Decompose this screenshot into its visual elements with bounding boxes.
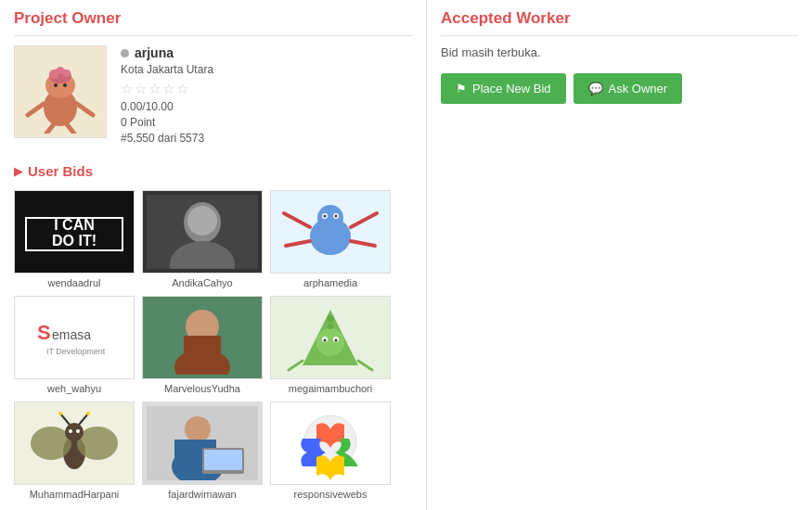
svg-text:I CAN: I CAN xyxy=(54,217,95,233)
chat-icon: 💬 xyxy=(588,82,603,96)
bid-username: weh_wahyu xyxy=(47,383,101,394)
ask-owner-button[interactable]: 💬 Ask Owner xyxy=(574,73,683,104)
bid-username: MarvelousYudha xyxy=(164,383,240,394)
svg-point-6 xyxy=(54,83,58,87)
star-1: ☆ xyxy=(121,81,133,97)
owner-rating: 0.00/10.00 xyxy=(121,100,213,113)
action-buttons: ⚑ Place New Bid 💬 Ask Owner xyxy=(441,73,798,104)
accepted-worker-title: Accepted Worker xyxy=(441,9,798,36)
svg-point-60 xyxy=(76,429,80,433)
owner-rank: #5,550 dari 5573 xyxy=(121,132,213,145)
owner-avatar xyxy=(14,45,107,138)
owner-name: arjuna xyxy=(135,45,174,60)
owner-info: arjuna Kota Jakarta Utara ☆ ☆ ☆ ☆ ☆ 0.00… xyxy=(121,45,213,145)
svg-point-44 xyxy=(324,339,327,342)
bid-username: arphamedia xyxy=(303,277,357,288)
svg-point-22 xyxy=(317,205,343,231)
svg-text:emasa: emasa xyxy=(52,327,91,342)
bid-avatar-responsive xyxy=(270,402,391,485)
star-4: ☆ xyxy=(162,81,174,97)
star-3: ☆ xyxy=(148,81,161,97)
list-item: megaimambuchori xyxy=(270,296,391,394)
svg-line-8 xyxy=(28,104,44,115)
star-2: ☆ xyxy=(135,81,147,97)
svg-point-54 xyxy=(65,423,84,441)
svg-rect-66 xyxy=(204,450,242,470)
svg-point-7 xyxy=(63,83,67,87)
main-container: Project Owner xyxy=(0,0,812,510)
list-item: S emasa IT Development weh_wahyu xyxy=(14,296,135,394)
svg-point-19 xyxy=(187,206,217,236)
svg-point-29 xyxy=(324,215,327,218)
svg-point-46 xyxy=(327,315,334,323)
svg-point-47 xyxy=(328,324,333,329)
bid-username: megaimambuchori xyxy=(289,383,372,394)
owner-name-row: arjuna xyxy=(121,45,213,60)
svg-line-9 xyxy=(77,104,93,115)
owner-points: 0 Point xyxy=(121,116,213,129)
svg-point-5 xyxy=(57,67,64,74)
svg-line-10 xyxy=(46,124,54,134)
right-panel: Accepted Worker Bid masih terbuka. ⚑ Pla… xyxy=(427,0,812,510)
place-bid-label: Place New Bid xyxy=(472,82,551,96)
svg-text:DO IT!: DO IT! xyxy=(52,233,97,249)
ask-owner-label: Ask Owner xyxy=(609,82,668,96)
chevron-right-icon: ▶ xyxy=(14,165,22,178)
bid-username: responsivewebs xyxy=(294,489,367,500)
bid-avatar-arphamedia xyxy=(270,190,391,274)
bid-username: fajardwimawan xyxy=(168,489,236,500)
svg-point-45 xyxy=(335,339,338,342)
place-new-bid-button[interactable]: ⚑ Place New Bid xyxy=(441,73,566,104)
svg-point-41 xyxy=(316,328,344,356)
owner-card: arjuna Kota Jakarta Utara ☆ ☆ ☆ ☆ ☆ 0.00… xyxy=(14,45,412,145)
bids-grid: I CAN DO IT! wendaadrul xyxy=(14,190,412,500)
bid-avatar-wehwahyu: S emasa IT Development xyxy=(14,296,135,379)
svg-rect-38 xyxy=(184,336,221,359)
bid-avatar-muhharpani xyxy=(14,402,135,485)
list-item: responsivewebs xyxy=(270,402,391,500)
star-5: ☆ xyxy=(176,81,188,97)
list-item: arphamedia xyxy=(270,190,391,288)
bid-username: AndikaCahyo xyxy=(172,277,232,288)
svg-point-4 xyxy=(63,70,71,77)
bid-avatar-andikacahyo xyxy=(142,190,263,274)
bid-status: Bid masih terbuka. xyxy=(441,45,798,59)
user-bids-section: ▶ User Bids I CAN DO IT! wendaadru xyxy=(14,163,412,500)
list-item: MarvelousYudha xyxy=(142,296,263,394)
owner-location: Kota Jakarta Utara xyxy=(121,63,213,76)
owner-stars: ☆ ☆ ☆ ☆ ☆ xyxy=(121,81,213,97)
svg-text:IT Development: IT Development xyxy=(46,347,106,356)
bid-avatar-wendaadrul: I CAN DO IT! xyxy=(14,190,135,274)
user-bids-label: User Bids xyxy=(28,163,93,179)
flag-icon: ⚑ xyxy=(456,82,467,96)
bid-avatar-fajardwim xyxy=(142,402,263,485)
svg-point-30 xyxy=(335,215,338,218)
bid-username: MuhammadHarpani xyxy=(30,489,120,500)
project-owner-title: Project Owner xyxy=(14,9,412,36)
svg-point-59 xyxy=(69,429,72,433)
svg-point-62 xyxy=(185,416,211,442)
user-bids-title: ▶ User Bids xyxy=(14,163,412,179)
bid-avatar-megaim xyxy=(270,296,391,379)
online-indicator xyxy=(121,49,129,57)
svg-point-58 xyxy=(86,412,90,415)
list-item: MuhammadHarpani xyxy=(14,402,135,500)
svg-text:S: S xyxy=(37,321,51,344)
list-item: fajardwimawan xyxy=(142,402,263,500)
left-panel: Project Owner xyxy=(0,0,427,510)
svg-point-57 xyxy=(58,412,62,415)
bid-avatar-marvelousy xyxy=(142,296,263,379)
list-item: AndikaCahyo xyxy=(142,190,263,288)
list-item: I CAN DO IT! wendaadrul xyxy=(14,190,135,288)
bid-username: wendaadrul xyxy=(48,277,101,288)
svg-line-11 xyxy=(67,124,74,134)
